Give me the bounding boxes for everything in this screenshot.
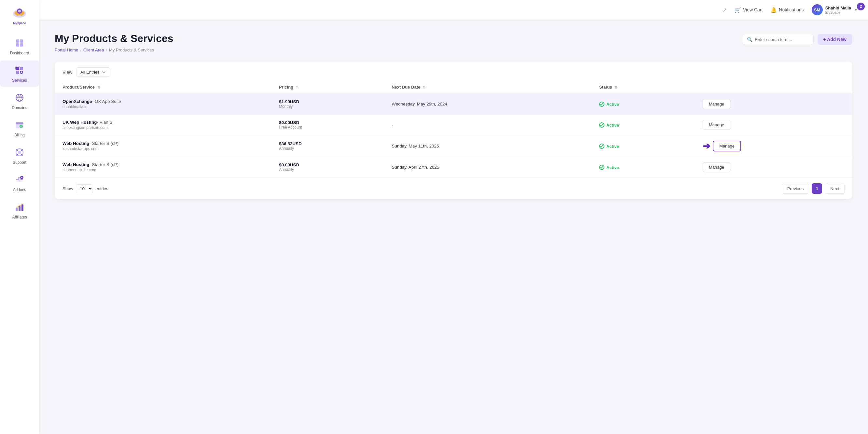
- col-pricing[interactable]: Pricing ⇅: [271, 81, 384, 94]
- svg-rect-9: [16, 71, 19, 74]
- manage-button-4[interactable]: Manage: [703, 162, 730, 172]
- sidebar-item-affiliates[interactable]: Affiliates: [0, 197, 39, 223]
- sidebar-item-label-services: Services: [12, 78, 27, 83]
- billing-icon: $: [14, 119, 25, 131]
- cell-status-4: Active: [591, 157, 695, 178]
- entries-select[interactable]: 10 25 50: [76, 184, 93, 193]
- share-icon: ↗: [722, 7, 727, 13]
- svg-rect-26: [16, 208, 18, 211]
- cart-icon: 🛒: [735, 7, 741, 13]
- sort-status-icon: ⇅: [615, 85, 617, 89]
- table-row: Web Hosting- Starter S (cP) shaheentexti…: [55, 157, 852, 178]
- sidebar-item-addons[interactable]: + Addons: [0, 170, 39, 196]
- topbar: ↗ 🛒 View Cart 🔔 Notifications SM Shahid …: [39, 0, 868, 20]
- sidebar-item-label-dashboard: Dashboard: [10, 51, 29, 55]
- status-active-icon-3: [599, 144, 604, 149]
- user-menu[interactable]: SM Shahid Malla ElySpace ▼: [812, 4, 858, 15]
- dropdown-chevron-icon: [101, 70, 106, 74]
- sort-date-icon: ⇅: [423, 85, 426, 89]
- period-4: Annually: [279, 167, 376, 172]
- previous-button[interactable]: Previous: [782, 184, 809, 194]
- page-content: My Products & Services 🔍 + Add New Porta…: [39, 20, 868, 434]
- cell-product-4: Web Hosting- Starter S (cP) shaheentexti…: [55, 157, 271, 178]
- product-domain-2: allhostingcomparison.com: [62, 125, 263, 130]
- avatar: SM: [812, 4, 823, 15]
- cell-date-2: -: [384, 115, 591, 135]
- svg-rect-18: [16, 122, 24, 124]
- cell-action-2: Manage: [695, 115, 852, 135]
- status-active-icon-1: [599, 101, 604, 107]
- chevron-down-icon: ▼: [854, 8, 858, 12]
- cell-date-3: Sunday, May 11th, 2025: [384, 135, 591, 157]
- product-domain-4: shaheentextile.com: [62, 168, 263, 172]
- view-select[interactable]: All Entries: [76, 67, 110, 77]
- sidebar-item-support[interactable]: Support: [0, 143, 39, 169]
- svg-text:www: www: [17, 95, 22, 97]
- product-name-4: Web Hosting- Starter S (cP): [62, 162, 263, 167]
- logo[interactable]: MySpace: [11, 6, 28, 25]
- sidebar-item-services[interactable]: Services: [0, 61, 39, 87]
- svg-rect-6: [20, 43, 23, 46]
- col-status[interactable]: Status ⇅: [591, 81, 695, 94]
- current-page[interactable]: 1: [812, 183, 822, 194]
- svg-rect-4: [20, 39, 23, 43]
- svg-rect-7: [16, 67, 19, 70]
- view-option-label: All Entries: [81, 70, 100, 74]
- cell-pricing-1: $1.99USD Monthly: [271, 94, 384, 115]
- manage-button-2[interactable]: Manage: [703, 120, 730, 130]
- search-box[interactable]: 🔍: [742, 34, 814, 45]
- svg-rect-8: [20, 67, 23, 70]
- cell-action-4: Manage: [695, 157, 852, 178]
- sidebar-item-label-support: Support: [13, 160, 26, 165]
- affiliates-icon: [14, 201, 25, 213]
- sort-pricing-icon: ⇅: [296, 85, 299, 89]
- col-product[interactable]: Product/Service ⇅: [55, 81, 271, 94]
- manage-button-1[interactable]: Manage: [703, 99, 730, 109]
- status-label-2: Active: [606, 123, 619, 128]
- product-domain-1: shahidmalla.in: [62, 104, 263, 109]
- breadcrumb-sep-2: /: [106, 48, 107, 53]
- cell-pricing-3: $36.82USD Annually: [271, 135, 384, 157]
- add-new-button[interactable]: + Add New: [817, 34, 852, 45]
- user-name: Shahid Malla: [825, 5, 851, 10]
- price-2: $0.00USD: [279, 120, 376, 125]
- svg-rect-5: [16, 43, 19, 46]
- view-cart-action[interactable]: 🛒 View Cart: [735, 7, 763, 13]
- sidebar-item-dashboard[interactable]: Dashboard: [0, 33, 39, 59]
- price-3: $36.82USD: [279, 141, 376, 146]
- sidebar-item-billing[interactable]: $ Billing: [0, 115, 39, 141]
- status-label-3: Active: [606, 144, 619, 149]
- addons-icon: +: [14, 174, 25, 186]
- cell-action-1: Manage: [695, 94, 852, 115]
- svg-point-2: [18, 10, 21, 12]
- services-icon: [14, 64, 25, 76]
- entries-label: entries: [96, 186, 108, 191]
- next-button[interactable]: Next: [825, 184, 844, 194]
- search-input[interactable]: [755, 37, 809, 42]
- share-action[interactable]: ↗: [722, 7, 727, 13]
- sort-product-icon: ⇅: [97, 85, 100, 89]
- sidebar-item-label-affiliates: Affiliates: [12, 215, 27, 219]
- support-icon: [14, 147, 25, 158]
- notifications-action[interactable]: 🔔 Notifications: [770, 7, 804, 13]
- cell-date-1: Wednesday, May 29th, 2024: [384, 94, 591, 115]
- user-sub: ElySpace: [825, 10, 851, 14]
- breadcrumb-portal-home[interactable]: Portal Home: [55, 48, 78, 53]
- manage-button-3[interactable]: Manage: [713, 141, 741, 151]
- dashboard-icon: [14, 37, 25, 49]
- sidebar-item-domains[interactable]: www Domains: [0, 88, 39, 114]
- breadcrumb-current: My Products & Services: [109, 48, 154, 53]
- breadcrumb-client-area[interactable]: Client Area: [83, 48, 104, 53]
- breadcrumb-sep-1: /: [80, 48, 81, 53]
- product-name-2: UK Web Hosting- Plan S: [62, 120, 263, 125]
- status-active-icon-2: [599, 122, 604, 128]
- table-row: Web Hosting- Starter S (cP) kashmirstart…: [55, 135, 852, 157]
- arrow-right-icon: ➔: [703, 141, 710, 151]
- domains-icon: www: [14, 92, 25, 103]
- table-row: UK Web Hosting- Plan S allhostingcompari…: [55, 115, 852, 135]
- sidebar: MySpace Dashboard Services: [0, 0, 39, 434]
- table-toolbar: View All Entries: [55, 62, 852, 81]
- table-footer: Show 10 25 50 entries Previous 1 Next: [55, 178, 852, 199]
- svg-rect-28: [22, 205, 24, 211]
- col-due-date[interactable]: Next Due Date ⇅: [384, 81, 591, 94]
